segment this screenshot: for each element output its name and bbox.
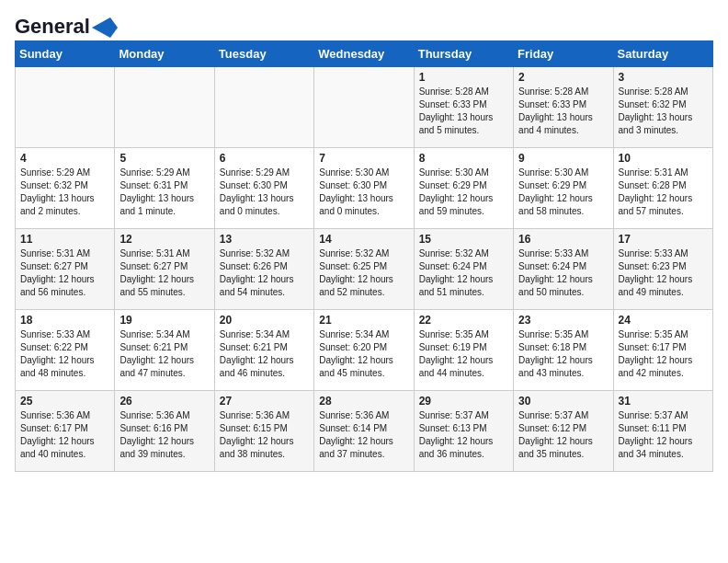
calendar-cell: 13Sunrise: 5:32 AM Sunset: 6:26 PM Dayli… bbox=[214, 229, 313, 310]
calendar-week-1: 1Sunrise: 5:28 AM Sunset: 6:33 PM Daylig… bbox=[16, 67, 713, 148]
calendar-cell: 5Sunrise: 5:29 AM Sunset: 6:31 PM Daylig… bbox=[115, 148, 214, 229]
day-info: Sunrise: 5:30 AM Sunset: 6:29 PM Dayligh… bbox=[419, 167, 508, 218]
calendar-cell: 17Sunrise: 5:33 AM Sunset: 6:23 PM Dayli… bbox=[613, 229, 712, 310]
day-number: 4 bbox=[20, 152, 109, 165]
day-number: 6 bbox=[220, 152, 309, 165]
calendar-week-3: 11Sunrise: 5:31 AM Sunset: 6:27 PM Dayli… bbox=[16, 229, 713, 310]
calendar-table: SundayMondayTuesdayWednesdayThursdayFrid… bbox=[15, 40, 713, 472]
day-info: Sunrise: 5:30 AM Sunset: 6:29 PM Dayligh… bbox=[518, 167, 608, 218]
calendar-cell: 22Sunrise: 5:35 AM Sunset: 6:19 PM Dayli… bbox=[414, 310, 513, 391]
header-cell-monday: Monday bbox=[115, 41, 214, 67]
day-number: 12 bbox=[119, 233, 209, 246]
calendar-cell: 21Sunrise: 5:34 AM Sunset: 6:20 PM Dayli… bbox=[314, 310, 414, 391]
day-number: 25 bbox=[20, 395, 109, 408]
day-number: 29 bbox=[419, 395, 508, 408]
day-number: 5 bbox=[119, 152, 209, 165]
calendar-week-4: 18Sunrise: 5:33 AM Sunset: 6:22 PM Dayli… bbox=[16, 310, 713, 391]
day-number: 9 bbox=[518, 152, 608, 165]
calendar-cell: 30Sunrise: 5:37 AM Sunset: 6:12 PM Dayli… bbox=[514, 391, 613, 472]
day-info: Sunrise: 5:32 AM Sunset: 6:24 PM Dayligh… bbox=[419, 247, 508, 299]
day-info: Sunrise: 5:28 AM Sunset: 6:33 PM Dayligh… bbox=[419, 86, 508, 137]
day-info: Sunrise: 5:35 AM Sunset: 6:18 PM Dayligh… bbox=[518, 328, 608, 380]
day-info: Sunrise: 5:33 AM Sunset: 6:23 PM Dayligh… bbox=[619, 247, 708, 299]
calendar-cell: 19Sunrise: 5:34 AM Sunset: 6:21 PM Dayli… bbox=[115, 310, 214, 391]
day-info: Sunrise: 5:35 AM Sunset: 6:19 PM Dayligh… bbox=[419, 328, 508, 380]
day-number: 18 bbox=[20, 314, 109, 327]
calendar-cell bbox=[214, 67, 313, 148]
day-number: 28 bbox=[319, 395, 408, 408]
day-info: Sunrise: 5:30 AM Sunset: 6:30 PM Dayligh… bbox=[319, 167, 408, 218]
day-info: Sunrise: 5:31 AM Sunset: 6:27 PM Dayligh… bbox=[20, 247, 109, 299]
calendar-cell bbox=[16, 67, 115, 148]
calendar-cell: 1Sunrise: 5:28 AM Sunset: 6:33 PM Daylig… bbox=[414, 67, 513, 148]
header-cell-tuesday: Tuesday bbox=[214, 41, 313, 67]
day-info: Sunrise: 5:29 AM Sunset: 6:31 PM Dayligh… bbox=[119, 167, 209, 218]
calendar-cell: 29Sunrise: 5:37 AM Sunset: 6:13 PM Dayli… bbox=[414, 391, 513, 472]
day-info: Sunrise: 5:37 AM Sunset: 6:12 PM Dayligh… bbox=[518, 409, 608, 461]
day-number: 27 bbox=[220, 395, 309, 408]
day-number: 17 bbox=[619, 233, 708, 246]
calendar-body: 1Sunrise: 5:28 AM Sunset: 6:33 PM Daylig… bbox=[16, 67, 713, 472]
day-info: Sunrise: 5:29 AM Sunset: 6:32 PM Dayligh… bbox=[20, 167, 109, 218]
day-info: Sunrise: 5:31 AM Sunset: 6:27 PM Dayligh… bbox=[119, 247, 209, 299]
day-number: 20 bbox=[220, 314, 309, 327]
day-info: Sunrise: 5:36 AM Sunset: 6:17 PM Dayligh… bbox=[20, 409, 109, 461]
day-number: 19 bbox=[119, 314, 209, 327]
day-info: Sunrise: 5:33 AM Sunset: 6:24 PM Dayligh… bbox=[518, 247, 608, 299]
day-info: Sunrise: 5:34 AM Sunset: 6:21 PM Dayligh… bbox=[119, 328, 209, 380]
day-info: Sunrise: 5:37 AM Sunset: 6:11 PM Dayligh… bbox=[619, 409, 708, 461]
calendar-cell: 20Sunrise: 5:34 AM Sunset: 6:21 PM Dayli… bbox=[214, 310, 313, 391]
calendar-cell: 4Sunrise: 5:29 AM Sunset: 6:32 PM Daylig… bbox=[16, 148, 115, 229]
day-number: 2 bbox=[518, 71, 608, 84]
day-number: 31 bbox=[619, 395, 708, 408]
calendar-cell: 27Sunrise: 5:36 AM Sunset: 6:15 PM Dayli… bbox=[214, 391, 313, 472]
svg-marker-0 bbox=[92, 17, 118, 38]
calendar-cell: 23Sunrise: 5:35 AM Sunset: 6:18 PM Dayli… bbox=[514, 310, 613, 391]
calendar-cell: 3Sunrise: 5:28 AM Sunset: 6:32 PM Daylig… bbox=[613, 67, 712, 148]
calendar-cell: 10Sunrise: 5:31 AM Sunset: 6:28 PM Dayli… bbox=[613, 148, 712, 229]
day-number: 8 bbox=[419, 152, 508, 165]
day-number: 16 bbox=[518, 233, 608, 246]
logo: General bbox=[15, 15, 118, 33]
day-info: Sunrise: 5:31 AM Sunset: 6:28 PM Dayligh… bbox=[619, 167, 708, 218]
calendar-cell bbox=[115, 67, 214, 148]
day-info: Sunrise: 5:34 AM Sunset: 6:21 PM Dayligh… bbox=[220, 328, 309, 380]
calendar-cell: 6Sunrise: 5:29 AM Sunset: 6:30 PM Daylig… bbox=[214, 148, 313, 229]
day-info: Sunrise: 5:28 AM Sunset: 6:32 PM Dayligh… bbox=[619, 86, 708, 137]
header-row: SundayMondayTuesdayWednesdayThursdayFrid… bbox=[16, 41, 713, 67]
day-info: Sunrise: 5:34 AM Sunset: 6:20 PM Dayligh… bbox=[319, 328, 408, 380]
header-cell-thursday: Thursday bbox=[414, 41, 513, 67]
day-number: 13 bbox=[220, 233, 309, 246]
calendar-cell: 26Sunrise: 5:36 AM Sunset: 6:16 PM Dayli… bbox=[115, 391, 214, 472]
calendar-cell: 14Sunrise: 5:32 AM Sunset: 6:25 PM Dayli… bbox=[314, 229, 414, 310]
calendar-cell bbox=[314, 67, 414, 148]
logo-text-general: General bbox=[15, 15, 90, 39]
day-number: 1 bbox=[419, 71, 508, 84]
calendar-cell: 15Sunrise: 5:32 AM Sunset: 6:24 PM Dayli… bbox=[414, 229, 513, 310]
day-info: Sunrise: 5:36 AM Sunset: 6:14 PM Dayligh… bbox=[319, 409, 408, 461]
day-info: Sunrise: 5:28 AM Sunset: 6:33 PM Dayligh… bbox=[518, 86, 608, 137]
day-number: 3 bbox=[619, 71, 708, 84]
calendar-cell: 11Sunrise: 5:31 AM Sunset: 6:27 PM Dayli… bbox=[16, 229, 115, 310]
calendar-cell: 25Sunrise: 5:36 AM Sunset: 6:17 PM Dayli… bbox=[16, 391, 115, 472]
day-number: 11 bbox=[20, 233, 109, 246]
calendar-cell: 2Sunrise: 5:28 AM Sunset: 6:33 PM Daylig… bbox=[514, 67, 613, 148]
calendar-header: SundayMondayTuesdayWednesdayThursdayFrid… bbox=[16, 41, 713, 67]
calendar-week-5: 25Sunrise: 5:36 AM Sunset: 6:17 PM Dayli… bbox=[16, 391, 713, 472]
day-number: 7 bbox=[319, 152, 408, 165]
calendar-cell: 12Sunrise: 5:31 AM Sunset: 6:27 PM Dayli… bbox=[115, 229, 214, 310]
calendar-cell: 18Sunrise: 5:33 AM Sunset: 6:22 PM Dayli… bbox=[16, 310, 115, 391]
calendar-cell: 16Sunrise: 5:33 AM Sunset: 6:24 PM Dayli… bbox=[514, 229, 613, 310]
day-number: 24 bbox=[619, 314, 708, 327]
day-info: Sunrise: 5:29 AM Sunset: 6:30 PM Dayligh… bbox=[220, 167, 309, 218]
day-info: Sunrise: 5:36 AM Sunset: 6:16 PM Dayligh… bbox=[119, 409, 209, 461]
day-info: Sunrise: 5:37 AM Sunset: 6:13 PM Dayligh… bbox=[419, 409, 508, 461]
day-number: 15 bbox=[419, 233, 508, 246]
day-number: 14 bbox=[319, 233, 408, 246]
day-number: 30 bbox=[518, 395, 608, 408]
calendar-cell: 31Sunrise: 5:37 AM Sunset: 6:11 PM Dayli… bbox=[613, 391, 712, 472]
calendar-cell: 28Sunrise: 5:36 AM Sunset: 6:14 PM Dayli… bbox=[314, 391, 414, 472]
calendar-cell: 24Sunrise: 5:35 AM Sunset: 6:17 PM Dayli… bbox=[613, 310, 712, 391]
day-info: Sunrise: 5:35 AM Sunset: 6:17 PM Dayligh… bbox=[619, 328, 708, 380]
day-info: Sunrise: 5:33 AM Sunset: 6:22 PM Dayligh… bbox=[20, 328, 109, 380]
